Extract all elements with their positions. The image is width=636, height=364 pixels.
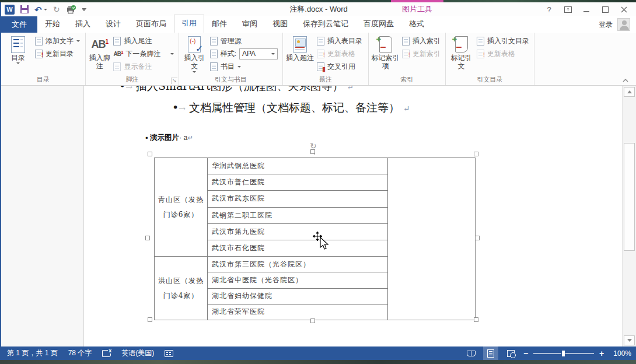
toc-button[interactable]: 目录 bbox=[4, 34, 33, 76]
document-area[interactable]: •→ 插入SmartArt图形（流程图、关系图等） ↵ •→ 文档属性管理（文档… bbox=[1, 86, 636, 346]
update-table-button[interactable]: !更新表格 bbox=[317, 47, 366, 60]
print-layout-icon bbox=[487, 349, 494, 358]
zoom-slider[interactable] bbox=[533, 353, 594, 354]
update-index-icon: ! bbox=[402, 50, 410, 58]
scroll-up-button[interactable] bbox=[624, 87, 635, 97]
rotate-handle[interactable]: ↻ bbox=[310, 142, 318, 150]
cross-reference-button[interactable]: ▮交叉引用 bbox=[317, 60, 366, 73]
language-indicator[interactable]: 英语(美国) bbox=[121, 348, 154, 358]
update-index-button[interactable]: !更新索引 bbox=[402, 47, 444, 60]
print-layout-button[interactable] bbox=[483, 346, 498, 360]
bibliography-button[interactable]: 书目 bbox=[210, 60, 281, 73]
insert-footnote-button[interactable]: AB1 插入脚注 bbox=[88, 34, 111, 76]
customize-qat-button[interactable] bbox=[82, 8, 86, 11]
minimize-button[interactable] bbox=[579, 3, 594, 16]
tab-file[interactable]: 文件 bbox=[1, 16, 37, 33]
footnotes-dialog-launcher[interactable]: ↘ bbox=[171, 78, 177, 84]
update-authorities-table-button[interactable]: !更新表格 bbox=[477, 47, 533, 60]
undo-dropdown-caret[interactable] bbox=[44, 9, 47, 10]
mark-entry-button[interactable]: +– 标记索引项 bbox=[371, 34, 400, 76]
tab-page-layout[interactable]: 页面布局 bbox=[128, 16, 174, 33]
show-notes-button[interactable]: 显示备注 bbox=[113, 60, 177, 73]
selection-handle-middle-left[interactable] bbox=[145, 236, 150, 240]
ribbon-spacer bbox=[534, 33, 636, 85]
word-count[interactable]: 78 个字 bbox=[68, 348, 92, 358]
sign-in-link[interactable]: 登录 bbox=[599, 20, 613, 30]
title-bar: W ↶ ↻ 注释.docx - Word 图片工具 ? bbox=[1, 2, 636, 16]
manage-sources-button[interactable]: 管理源 bbox=[210, 34, 281, 47]
tab-baidu-netdisk[interactable]: 百度网盘 bbox=[356, 16, 401, 33]
save-button[interactable] bbox=[20, 5, 29, 13]
zoom-in-button[interactable]: + bbox=[599, 349, 604, 358]
tab-references[interactable]: 引用 bbox=[174, 15, 204, 33]
scrollbar-thumb[interactable] bbox=[624, 143, 635, 251]
selection-handle-top-right[interactable] bbox=[474, 152, 478, 156]
bullet-mark: • bbox=[119, 86, 125, 92]
vertical-scrollbar[interactable] bbox=[622, 86, 636, 346]
return-mark: ↵ bbox=[188, 134, 193, 141]
table-hospital-column: 华润武钢总医院 武汉市普仁医院 武汉市武东医院 武钢第二职工医院 武汉市第九医院… bbox=[208, 158, 388, 320]
tab-home[interactable]: 开始 bbox=[37, 16, 68, 33]
table-district-column: 青山区（发热门诊6家） 洪山区（发热门诊4家） bbox=[155, 158, 208, 320]
update-toc-button[interactable]: !更新目录 bbox=[35, 47, 83, 60]
doc-line-clipped[interactable]: •→ 插入SmartArt图形（流程图、关系图等） ↵ bbox=[119, 86, 354, 94]
table-empty-column bbox=[388, 158, 475, 320]
redo-button[interactable]: ↻ bbox=[53, 5, 60, 13]
doc-caption-line[interactable]: ▪ 演示图片· a↵ bbox=[145, 133, 193, 143]
undo-button[interactable]: ↶ bbox=[34, 5, 47, 14]
maximize-button[interactable] bbox=[597, 3, 613, 16]
tab-design[interactable]: 设计 bbox=[98, 16, 128, 33]
insert-table-of-authorities-button[interactable]: 插入引文目录 bbox=[477, 34, 533, 47]
group-label-citations: 引文与书目 bbox=[179, 75, 282, 84]
tab-review[interactable]: 审阅 bbox=[235, 16, 265, 33]
toc-icon bbox=[11, 36, 25, 53]
zoom-percentage[interactable]: 100% bbox=[609, 349, 631, 358]
read-mode-button[interactable] bbox=[463, 346, 478, 360]
proofing-status-button[interactable] bbox=[102, 350, 111, 357]
insert-table-of-figures-button[interactable]: 插入表目录 bbox=[317, 34, 366, 47]
add-text-button[interactable]: 添加文字 bbox=[35, 34, 83, 47]
web-layout-icon bbox=[507, 350, 515, 357]
doc-line-bullet[interactable]: •→ 文档属性管理（文档标题、标记、备注等） ↵ bbox=[172, 100, 410, 116]
word-logo-icon[interactable]: W bbox=[5, 5, 15, 15]
help-button[interactable]: ? bbox=[541, 3, 557, 16]
insert-caption-button[interactable]: 插入题注 bbox=[285, 34, 314, 76]
scroll-down-button[interactable] bbox=[624, 335, 635, 345]
insert-citation-button[interactable]: (-)✓ 插入引文 bbox=[181, 34, 208, 76]
group-citations-bibliography: (-)✓ 插入引文 管理源 样式: APA 书目 引文与书目 bbox=[179, 33, 283, 85]
mark-citation-button[interactable]: +– 标记引文 bbox=[448, 34, 474, 76]
account-avatar[interactable] bbox=[617, 18, 630, 31]
tab-format[interactable]: 格式 bbox=[401, 16, 432, 33]
insert-index-button[interactable]: 插入索引 bbox=[402, 34, 444, 47]
group-label-index: 索引 bbox=[369, 75, 445, 84]
collapse-ribbon-button[interactable] bbox=[622, 76, 629, 85]
read-mode-icon bbox=[467, 351, 476, 356]
selection-handle-bottom-center[interactable] bbox=[310, 318, 315, 323]
selection-handle-middle-right[interactable] bbox=[475, 236, 480, 240]
style-row: 样式: APA bbox=[210, 47, 281, 60]
picture-tools-label[interactable]: 图片工具 bbox=[391, 2, 443, 15]
web-layout-button[interactable] bbox=[503, 346, 518, 360]
selection-handle-bottom-left[interactable] bbox=[148, 317, 152, 322]
input-mode-button[interactable] bbox=[165, 350, 173, 357]
selection-handle-top-left[interactable] bbox=[148, 152, 152, 156]
insert-footnote-icon: AB1 bbox=[91, 39, 108, 50]
tab-view[interactable]: 视图 bbox=[265, 16, 295, 33]
selection-handle-bottom-right[interactable] bbox=[474, 317, 478, 322]
quick-print-button[interactable] bbox=[66, 5, 76, 14]
table-of-figures-icon bbox=[317, 37, 324, 46]
quick-access-toolbar: W ↶ ↻ bbox=[1, 5, 86, 15]
ribbon-display-options-button[interactable] bbox=[560, 3, 575, 16]
selection-handle-top-center[interactable] bbox=[310, 149, 315, 154]
next-footnote-button[interactable]: AB1下一条脚注 bbox=[113, 47, 177, 60]
tab-insert[interactable]: 插入 bbox=[68, 16, 98, 33]
insert-endnote-button[interactable]: 插入尾注 bbox=[113, 34, 177, 47]
table-row: 武钢第二职工医院 bbox=[208, 208, 387, 224]
page-indicator[interactable]: 第 1 页，共 1 页 bbox=[7, 348, 58, 358]
zoom-out-button[interactable]: − bbox=[523, 349, 529, 358]
zoom-slider-thumb[interactable] bbox=[561, 350, 565, 357]
tab-mailings[interactable]: 邮件 bbox=[204, 16, 235, 33]
tab-save-to-cloud-notes[interactable]: 保存到云笔记 bbox=[295, 16, 356, 33]
close-button[interactable] bbox=[616, 3, 631, 16]
citation-style-select[interactable]: APA bbox=[239, 48, 278, 60]
